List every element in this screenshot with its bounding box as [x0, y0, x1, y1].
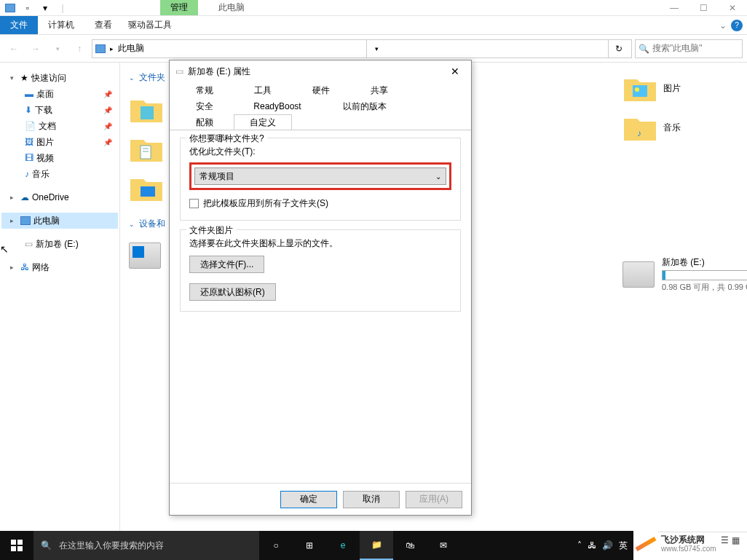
tray-expand-icon[interactable]: ˄ — [577, 540, 582, 551]
refresh-button[interactable]: ↻ — [608, 39, 628, 58]
tree-desktop[interactable]: ▬桌面📌 — [1, 86, 118, 102]
folder-icon — [129, 172, 164, 204]
svg-rect-5 — [633, 85, 647, 97]
tree-label: 网络 — [32, 261, 50, 274]
svg-rect-8 — [11, 540, 16, 545]
tree-videos[interactable]: 🎞视频 — [1, 150, 118, 166]
tree-label: 文档 — [39, 120, 56, 133]
apply-button[interactable]: 应用(A) — [406, 491, 462, 508]
tree-label: 此电脑 — [33, 215, 60, 227]
up-button[interactable]: ↑ — [70, 39, 89, 58]
cancel-button[interactable]: 取消 — [343, 491, 400, 508]
tab-hardware[interactable]: 硬件 — [292, 82, 350, 98]
drive-small-icon: ▭ — [175, 66, 183, 76]
apply-subfolders-row[interactable]: 把此模板应用到所有子文件夹(S) — [189, 197, 451, 210]
document-icon: 📄 — [25, 121, 36, 131]
qat-item[interactable]: ▾ — [38, 1, 52, 15]
dropdown-highlight: 常规项目 ⌄ — [189, 162, 451, 190]
store-icon[interactable]: 🛍 — [393, 531, 427, 560]
ribbon-tab-computer[interactable]: 计算机 — [38, 16, 84, 34]
explorer-icon — [3, 1, 17, 15]
ribbon-tab-drive-tools[interactable]: 驱动器工具 — [122, 16, 178, 34]
breadcrumb-chevron[interactable]: ▸ — [110, 45, 114, 52]
close-button[interactable]: ✕ — [718, 0, 747, 16]
optimize-dropdown[interactable]: 常规项目 ⌄ — [194, 167, 446, 185]
tree-label: 视频 — [36, 152, 54, 165]
group-label: 文件夹 — [139, 71, 165, 84]
tree-network[interactable]: ▸🖧网络 — [1, 259, 118, 275]
folder-icon — [129, 93, 164, 125]
tab-tools[interactable]: 工具 — [234, 82, 292, 98]
qat-separator: | — [55, 1, 70, 15]
drive-progress — [662, 270, 747, 280]
taskbar: 🔍 在这里输入你要搜索的内容 ○ ⊞ e 📁 🛍 ✉ ˄ 🖧 🔊 英 — [0, 531, 633, 560]
restore-default-button[interactable]: 还原默认图标(R) — [189, 283, 276, 301]
tree-music[interactable]: ♪音乐 — [1, 166, 118, 182]
drive-capacity: 0.98 GB 可用，共 0.99 GB — [662, 282, 747, 293]
tree-new-volume[interactable]: ▭新加卷 (E:) — [1, 236, 118, 252]
recent-dropdown[interactable]: ▾ — [48, 39, 67, 58]
choose-file-button[interactable]: 选择文件(F)... — [189, 256, 264, 273]
help-icon[interactable]: ? — [731, 20, 743, 31]
dialog-close-button[interactable]: ✕ — [445, 63, 465, 80]
mail-icon[interactable]: ✉ — [427, 531, 460, 560]
network-tray-icon[interactable]: 🖧 — [588, 540, 596, 551]
address-bar[interactable]: ▸ 此电脑 ▾ ↻ — [92, 39, 632, 58]
tab-previous-versions[interactable]: 以前的版本 — [321, 98, 408, 114]
edge-icon[interactable]: e — [326, 531, 360, 560]
tab-readyboost[interactable]: ReadyBoost — [234, 98, 321, 114]
file-tab[interactable]: 文件 — [0, 16, 38, 34]
tree-this-pc[interactable]: ▸此电脑 — [1, 213, 118, 229]
tree-onedrive[interactable]: ▸☁OneDrive — [1, 189, 118, 205]
tree-quick-access[interactable]: ▾★快速访问 — [1, 70, 118, 86]
tab-general[interactable]: 常规 — [175, 82, 234, 98]
group-title: 文件夹图片 — [186, 224, 236, 237]
tree-label: OneDrive — [32, 192, 69, 202]
address-dropdown[interactable]: ▾ — [366, 39, 387, 58]
volume-tray-icon[interactable]: 🔊 — [602, 540, 613, 551]
tab-security[interactable]: 安全 — [175, 98, 234, 114]
svg-rect-1 — [141, 146, 151, 159]
ribbon-expand-icon[interactable]: ⌄ — [719, 20, 727, 31]
tree-pictures[interactable]: 🖼图片📌 — [1, 134, 118, 150]
contextual-tab-label: 管理 — [160, 0, 198, 15]
properties-dialog: ▭ 新加卷 (E:) 属性 ✕ 常规 工具 硬件 共享 安全 ReadyBoos… — [169, 60, 472, 516]
tab-sharing[interactable]: 共享 — [350, 82, 408, 98]
network-icon: 🖧 — [20, 262, 29, 272]
tree-label: 下载 — [35, 104, 52, 117]
chevron-down-icon: ⌄ — [435, 173, 441, 181]
pin-icon: 📌 — [103, 106, 112, 114]
ok-button[interactable]: 确定 — [280, 491, 337, 508]
checkbox[interactable] — [189, 199, 199, 208]
taskbar-search[interactable]: 🔍 在这里输入你要搜索的内容 — [33, 531, 259, 560]
drive-new-volume[interactable]: 新加卷 (E:) 0.98 GB 可用，共 0.99 GB — [622, 256, 747, 293]
checkbox-label: 把此模板应用到所有子文件夹(S) — [203, 197, 328, 210]
minimize-button[interactable]: — — [660, 0, 689, 16]
picture-icon: 🖼 — [25, 137, 33, 147]
tree-downloads[interactable]: ⬇下载📌 — [1, 102, 118, 118]
back-button[interactable]: ← — [4, 39, 23, 58]
maximize-button[interactable]: ☐ — [689, 0, 718, 16]
task-view-button[interactable]: ⊞ — [293, 531, 326, 560]
location-text[interactable]: 此电脑 — [118, 42, 144, 55]
folder-music[interactable]: ♪ 音乐 — [622, 108, 747, 147]
svg-text:♪: ♪ — [637, 128, 641, 138]
forward-button[interactable]: → — [26, 39, 45, 58]
watermark-url: www.fs0745.com — [661, 545, 716, 553]
search-box[interactable]: 🔍 搜索"此电脑" — [635, 39, 743, 58]
system-tray: ˄ 🖧 🔊 英 — [577, 540, 633, 552]
cortana-button[interactable]: ○ — [259, 531, 293, 560]
dialog-title: 新加卷 (E:) 属性 — [188, 66, 250, 78]
folder-pictures[interactable]: 图片 — [622, 68, 747, 108]
explorer-taskbar-icon[interactable]: 📁 — [360, 531, 393, 560]
watermark-icon — [633, 532, 658, 556]
tab-customize[interactable]: 自定义 — [234, 114, 292, 130]
ribbon-tab-view[interactable]: 查看 — [84, 16, 122, 34]
ime-indicator[interactable]: 英 — [619, 540, 628, 552]
svg-rect-4 — [141, 186, 155, 197]
folder-label: 图片 — [663, 82, 681, 95]
tab-quota[interactable]: 配额 — [175, 114, 234, 130]
tree-documents[interactable]: 📄文档📌 — [1, 118, 118, 134]
start-button[interactable] — [0, 531, 33, 560]
qat-item[interactable]: ▫ — [20, 1, 35, 15]
